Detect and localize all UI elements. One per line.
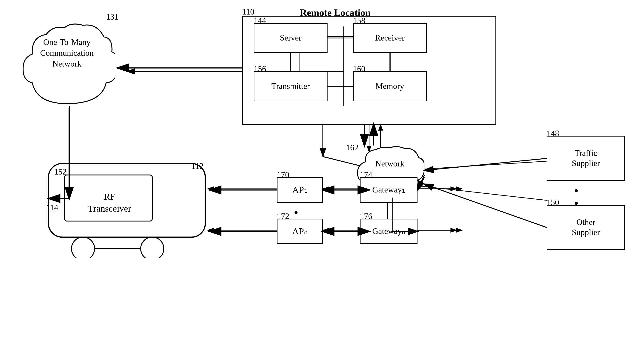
- svg-line-10: [404, 161, 547, 170]
- ref-170: 170: [277, 170, 289, 180]
- gateway1-box: Gateway₁: [360, 177, 418, 203]
- ref-156: 156: [254, 64, 266, 74]
- receiver-box: Receiver: [353, 23, 427, 53]
- server-box: Server: [254, 23, 328, 53]
- ref-172: 172: [277, 211, 289, 221]
- apn-box: APₙ: [277, 219, 323, 244]
- svg-line-11: [404, 184, 547, 200]
- svg-line-40: [424, 184, 547, 227]
- cloud-one-to-many: One-To-Many Communication Network: [18, 18, 115, 108]
- svg-point-30: [141, 237, 164, 258]
- gatewayn-box: Gatewayₙ: [360, 219, 418, 244]
- ref-176: 176: [360, 211, 372, 221]
- ref-150: 150: [547, 197, 559, 207]
- ref-160: 160: [353, 64, 365, 74]
- rf-transceiver-label: RFTransceiver: [68, 183, 151, 222]
- network-label: Network: [367, 159, 413, 169]
- ref-162: 162: [346, 143, 358, 153]
- vehicle-box: RFTransceiver: [46, 161, 208, 258]
- svg-line-39: [424, 159, 547, 170]
- traffic-supplier-box: Traffic Supplier: [547, 136, 625, 181]
- ref-114: 114: [46, 203, 58, 212]
- svg-line-5: [323, 157, 360, 166]
- ref-110: 110: [242, 7, 254, 17]
- svg-point-29: [72, 237, 94, 258]
- ref-112: 112: [192, 161, 204, 171]
- ref-158: 158: [353, 16, 365, 25]
- other-supplier-box: Other Supplier: [547, 205, 625, 250]
- ref-144: 144: [254, 16, 266, 25]
- ref-152: 152: [54, 167, 67, 177]
- ref-174: 174: [360, 170, 372, 180]
- one-to-many-label: One-To-Many Communication Network: [25, 37, 108, 69]
- ap1-box: AP₁: [277, 177, 323, 203]
- transmitter-box: Transmitter: [254, 71, 328, 101]
- memory-box: Memory: [353, 71, 427, 101]
- ref-148: 148: [547, 129, 559, 138]
- ref-131: 131: [106, 12, 118, 22]
